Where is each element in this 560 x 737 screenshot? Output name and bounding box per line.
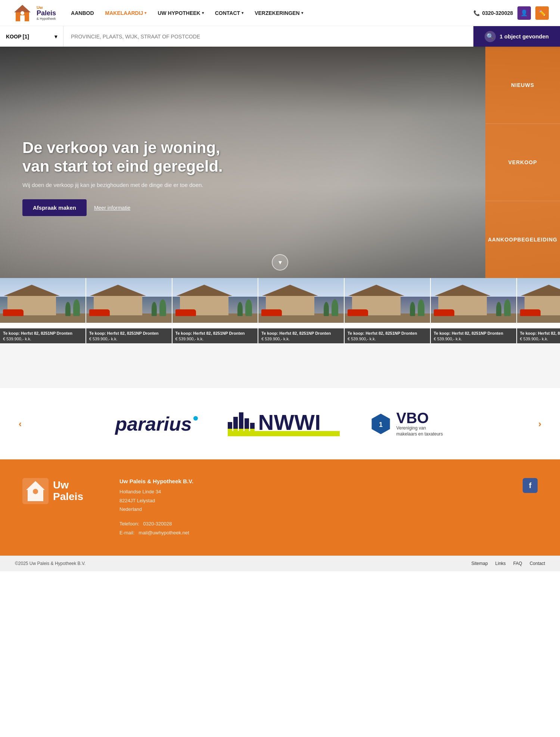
cta-button[interactable]: Afspraak maken (22, 199, 87, 216)
listing-card[interactable]: Te koop: Herfst 82, 8251NP Dronten € 539… (258, 278, 345, 343)
listing-image (345, 278, 430, 323)
main-nav: AANBOD MAKELAARDIJ ▾ UW HYPOTHEEK ▾ CONT… (71, 10, 303, 16)
facebook-button[interactable]: f (523, 478, 538, 493)
user-icon: 👤 (520, 9, 528, 16)
bottom-link-contact[interactable]: Contact (530, 561, 545, 566)
koop-dropdown[interactable]: KOOP [1] ▾ (0, 26, 63, 47)
vbo-text-area: VBO Vereniging van makelaars en taxateur… (396, 410, 445, 437)
nav-hypotheek[interactable]: UW HYPOTHEEK ▾ (158, 10, 203, 16)
nav-contact[interactable]: CONTACT ▾ (215, 10, 243, 16)
vbo-main-text: VBO (396, 410, 429, 426)
listing-info: Te koop: Herfst 82, 8251NP Dronten € 539… (172, 328, 258, 343)
sidebar-panel-verkoop[interactable]: VERKOOP (485, 124, 560, 201)
footer-email: E-mail: mail@uwhypotheek.net (119, 528, 538, 537)
svg-rect-3 (20, 15, 25, 21)
listing-title: Te koop: Herfst 82, 8251NP Dronten (3, 331, 83, 336)
sidebar-panel-aankoopbegeleiding[interactable]: AANKOOPBEGELEIDING (485, 201, 560, 278)
search-icon: 🔍 (485, 31, 496, 42)
listing-card[interactable]: Te koop: Herfst 82, 8251NP Dronten € 539… (431, 278, 517, 343)
search-bar: KOOP [1] ▾ 🔍 1 object gevonden (0, 26, 560, 47)
bottom-link-faq[interactable]: FAQ (513, 561, 522, 566)
footer-logo: Uw Paleis (22, 478, 97, 504)
footer-address-line3: Nederland (119, 505, 538, 513)
listing-info: Te koop: Herfst 82, 8251NP Dronten € 539… (345, 328, 430, 343)
listing-image (431, 278, 516, 323)
listing-card[interactable]: Te koop: Herfst 82, 8251NP Dronten € 539… (172, 278, 259, 343)
vbo-sub-text: Vereniging van makelaars en taxateurs (396, 425, 445, 437)
logo-hypotheek: & Hypotheek (37, 17, 56, 21)
listing-title: Te koop: Herfst 82, 8251NP Dronten (348, 331, 427, 336)
sidebar-panel-nieuws-label: NIEUWS (511, 82, 534, 88)
listing-price: € 539.900,- k.k. (520, 337, 560, 341)
search-results-label: 1 object gevonden (500, 33, 549, 40)
edit-icon: ✏️ (538, 9, 546, 16)
footer-social: f (523, 478, 538, 493)
vbo-logo[interactable]: 1 VBO Vereniging van makelaars en taxate… (370, 410, 445, 437)
listings-strip: Te koop: Herfst 82, 8251NP Dronten € 539… (0, 278, 560, 343)
header: Uw Paleis & Hypotheek AANBOD MAKELAARDIJ… (0, 0, 560, 26)
hero-buttons: Afspraak maken Meer informatie (22, 199, 223, 216)
hero-sidebar: NIEUWS VERKOOP AANKOOPBEGELEIDING (485, 47, 560, 278)
listing-image (172, 278, 258, 323)
location-input[interactable] (63, 26, 473, 47)
partners-next-button[interactable]: › (538, 419, 541, 429)
koop-chevron-icon: ▾ (55, 34, 57, 40)
sidebar-panel-verkoop-label: VERKOOP (508, 159, 537, 165)
nav-aanbod[interactable]: AANBOD (71, 10, 94, 16)
footer-phone-value: 0320-320028 (143, 521, 172, 527)
listing-title: Te koop: Herfst 82, 8251NP Dronten (434, 331, 513, 336)
listing-image (0, 278, 85, 323)
sidebar-panel-nieuws[interactable]: NIEUWS (485, 47, 560, 124)
copyright: ©2025 Uw Paleis & Hypotheek B.V. (15, 561, 85, 566)
hero-title: De verkoop van je woning, van start tot … (22, 138, 223, 176)
phone-number: 0320-320028 (482, 10, 513, 16)
scroll-circle: ▾ (272, 254, 288, 271)
nwwi-logo[interactable]: NWWI (228, 412, 340, 436)
footer-logo-icon (22, 478, 49, 504)
scroll-indicator[interactable]: ▾ (272, 254, 288, 271)
more-info-link[interactable]: Meer informatie (94, 205, 130, 211)
bottom-links: Sitemap Links FAQ Contact (472, 561, 545, 566)
listing-title: Te koop: Herfst 82, 8251NP Dronten (261, 331, 341, 336)
grey-spacer (0, 343, 560, 388)
listing-title: Te koop: Herfst 82, 8251NP Dronten (520, 331, 560, 336)
listing-card[interactable]: Te koop: Herfst 82, 8251NP Dronten € 539… (517, 278, 560, 343)
chevron-down-icon: ▾ (301, 11, 303, 15)
sidebar-panel-aankoopbegeleiding-label: AANKOOPBEGELEIDING (488, 237, 557, 243)
listing-card[interactable]: Te koop: Herfst 82, 8251NP Dronten € 539… (345, 278, 431, 343)
listing-title: Te koop: Herfst 82, 8251NP Dronten (89, 331, 169, 336)
footer-email-value: mail@uwhypotheek.net (139, 530, 189, 535)
hero-title-line2-suffix: geregeld. (149, 157, 223, 175)
footer-phone-label: Telefoon: (119, 521, 139, 527)
edit-button[interactable]: ✏️ (535, 6, 549, 20)
listing-card[interactable]: Te koop: Herfst 82, 8251NP Dronten € 539… (86, 278, 172, 343)
listing-info: Te koop: Herfst 82, 8251NP Dronten € 539… (258, 328, 344, 343)
logo-uw: Uw (37, 5, 56, 10)
svg-point-9 (33, 489, 38, 494)
svg-point-4 (21, 11, 24, 15)
nav-makelaardij[interactable]: MAKELAARDIJ ▾ (105, 10, 147, 16)
pararius-logo[interactable]: pararius (115, 413, 197, 435)
nwwi-text: NWWI (258, 412, 321, 433)
listing-info: Te koop: Herfst 82, 8251NP Dronten € 539… (431, 328, 516, 343)
footer-phone: Telefoon: 0320-320028 (119, 519, 538, 528)
footer-address-line1: Hollandse Linde 34 (119, 487, 538, 496)
footer: Uw Paleis Uw Paleis & Hypotheek B.V. Hol… (0, 459, 560, 556)
chevron-down-icon: ▾ (202, 11, 204, 15)
nav-verzekeringen[interactable]: VERZEKERINGEN ▾ (255, 10, 303, 16)
listing-card[interactable]: Te koop: Herfst 82, 8251NP Dronten € 539… (0, 278, 86, 343)
logo-paleis: Paleis (37, 10, 56, 17)
partners-prev-button[interactable]: ‹ (19, 419, 22, 429)
pararius-text: pararius (115, 413, 192, 435)
hero-content: De verkoop van je woning, van start tot … (0, 47, 245, 278)
hero-title-bold: verkoop (47, 139, 108, 156)
logo[interactable]: Uw Paleis & Hypotheek (11, 2, 56, 24)
footer-email-label: E-mail: (119, 530, 134, 535)
user-button[interactable]: 👤 (517, 6, 531, 20)
phone-button[interactable]: 📞 0320-320028 (473, 10, 513, 16)
search-results-button[interactable]: 🔍 1 object gevonden (473, 26, 560, 47)
bottom-link-links[interactable]: Links (495, 561, 506, 566)
bottom-link-sitemap[interactable]: Sitemap (472, 561, 488, 566)
scroll-down-icon: ▾ (279, 258, 282, 266)
chevron-down-icon: ▾ (242, 11, 243, 15)
